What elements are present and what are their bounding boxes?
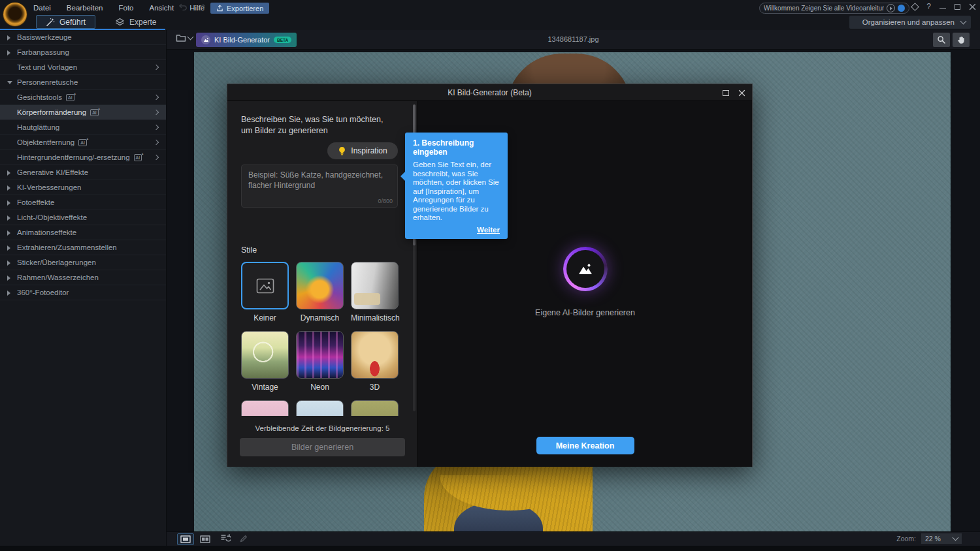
chevron-right-icon <box>154 140 159 145</box>
sidebar-item-personenretusche[interactable]: Personenretusche <box>0 75 166 90</box>
sidebar-item-label: Sticker/Überlagerungen <box>17 259 96 266</box>
triangle-right-icon <box>7 260 10 266</box>
prompt-input-wrap: 0/800 <box>241 165 398 208</box>
remaining-generations-text: Verbleibende Zeit der Bildgenerierung: 5 <box>227 424 417 432</box>
style-option-dynamisch[interactable]: Dynamisch <box>296 262 344 323</box>
sidebar-item-label: Objektentfernung <box>17 138 74 146</box>
prompt-input[interactable] <box>241 165 398 208</box>
sidebar-item-farbanpassung[interactable]: Farbanpassung <box>0 45 166 60</box>
redo-icon[interactable] <box>196 3 206 12</box>
style-option-3d[interactable]: 3D <box>351 331 399 392</box>
dialog-maximize-button[interactable] <box>723 90 729 96</box>
compare-view-icon <box>200 535 210 543</box>
view-mode-buttons <box>177 533 214 545</box>
canvas-tool-buttons <box>933 33 970 47</box>
triangle-right-icon <box>7 230 10 236</box>
sidebar-item-label: Extrahieren/Zusammenstellen <box>17 244 117 251</box>
sidebar-item-generative-ki-effekte[interactable]: Generative KI/Effekte <box>0 165 166 180</box>
organize-dropdown[interactable]: Organisieren und anpassen <box>849 16 971 29</box>
help-button[interactable]: ? <box>926 2 931 11</box>
minimize-button[interactable] <box>939 4 946 9</box>
sidebar-item-ki-verbesserungen[interactable]: KI-Verbesserungen <box>0 180 166 195</box>
menu-datei[interactable]: Datei <box>33 3 52 13</box>
close-button[interactable] <box>969 3 976 10</box>
tooltip-title: 1. Beschreibung eingeben <box>413 138 500 157</box>
menu-foto[interactable]: Foto <box>118 3 134 13</box>
generate-images-label: Bilder generieren <box>291 443 353 452</box>
organize-label: Organisieren und anpassen <box>862 18 955 26</box>
pan-tool-button[interactable] <box>953 33 970 47</box>
menu-ansicht[interactable]: Ansicht <box>149 3 175 13</box>
history-icon[interactable] <box>220 533 231 543</box>
style-option-keiner[interactable]: Keiner <box>241 262 289 323</box>
sidebar-item-text-und-vorlagen[interactable]: Text und Vorlagen <box>0 60 166 75</box>
undo-icon[interactable] <box>178 3 188 12</box>
lightbulb-icon <box>338 146 346 156</box>
sidebar-item-hautglaettung[interactable]: Hautglättung <box>0 120 166 135</box>
generate-images-button[interactable]: Bilder generieren <box>240 438 405 456</box>
tab-experte[interactable]: Experte <box>106 15 165 29</box>
sidebar-item-extrahieren-zusammenstellen[interactable]: Extrahieren/Zusammenstellen <box>0 240 166 255</box>
photodirector-window: Datei Bearbeiten Foto Ansicht Hilfe Expo… <box>0 0 980 551</box>
sidebar-item-basiswerkzeuge[interactable]: Basiswerkzeuge <box>0 30 166 45</box>
style-thumb[interactable] <box>351 262 399 309</box>
chevron-right-icon <box>154 110 159 115</box>
sidebar-item-label: Licht-/Objektiveffekte <box>17 213 87 221</box>
layers-icon <box>115 18 125 27</box>
triangle-right-icon <box>7 291 10 296</box>
sidebar-item-label: Text und Vorlagen <box>17 63 77 71</box>
sidebar-item-animationseffekte[interactable]: Animationseffekte <box>0 225 166 240</box>
sidebar-item-label: 360°-Fotoeditor <box>17 289 69 296</box>
tab-gefuehrt[interactable]: Geführt <box>36 15 95 29</box>
magnifier-icon <box>937 35 946 44</box>
sidebar-item-koerperformaenderung[interactable]: KörperformänderungAI <box>0 105 166 120</box>
dialog-close-button[interactable] <box>738 89 745 97</box>
sidebar-item-objektentfernung[interactable]: ObjektentfernungAI <box>0 135 166 150</box>
sidebar-item-360-fotoeditor[interactable]: 360°-Fotoeditor <box>0 285 166 300</box>
tooltip-body: Geben Sie Text ein, der beschreibt, was … <box>413 161 500 223</box>
my-creation-button[interactable]: Meine Kreation <box>536 437 634 454</box>
sidebar-item-licht-objektiveffekte[interactable]: Licht-/Objektiveffekte <box>0 210 166 225</box>
diamond-icon[interactable] <box>911 3 919 11</box>
style-option-minimalistisch[interactable]: Minimalistisch <box>351 262 399 323</box>
menu-bearbeiten[interactable]: Bearbeiten <box>66 3 104 13</box>
sidebar-item-rahmen-wasserzeichen[interactable]: Rahmen/Wasserzeichen <box>0 270 166 285</box>
style-thumb[interactable] <box>241 262 289 309</box>
style-thumb[interactable] <box>351 331 399 379</box>
view-compare-button[interactable] <box>197 533 214 545</box>
style-option-vintage[interactable]: Vintage <box>241 331 289 392</box>
sidebar-item-gesichtstools[interactable]: GesichtstoolsAI <box>0 90 166 105</box>
sidebar-item-sticker-ueberlagerungen[interactable]: Sticker/Überlagerungen <box>0 255 166 270</box>
sidebar-item-label: Basiswerkzeuge <box>17 33 72 41</box>
tooltip-next-link[interactable]: Weiter <box>413 226 500 234</box>
zoom-tool-button[interactable] <box>933 33 950 47</box>
app-logo[interactable] <box>3 3 27 26</box>
triangle-right-icon <box>7 200 10 206</box>
my-creation-label: Meine Kreation <box>556 441 615 450</box>
style-option-neon[interactable]: Neon <box>296 331 344 392</box>
generation-empty-state: Eigene AI-Bilder generieren <box>418 247 752 317</box>
ai-badge-icon: AI <box>90 109 99 116</box>
dialog-titlebar[interactable]: KI Bild-Generator (Beta) <box>227 84 752 101</box>
style-label: Keiner <box>241 313 289 323</box>
style-thumb[interactable] <box>241 331 289 379</box>
export-button[interactable]: Exportieren <box>210 3 269 14</box>
view-single-button[interactable] <box>177 533 194 545</box>
style-thumb[interactable] <box>296 331 344 379</box>
ai-badge-icon: AI <box>134 154 142 161</box>
triangle-right-icon <box>7 50 10 55</box>
dialog-title: KI Bild-Generator (Beta) <box>448 88 532 97</box>
zoom-select[interactable]: 22 % <box>921 533 962 544</box>
titlebar: Datei Bearbeiten Foto Ansicht Hilfe Expo… <box>0 0 980 30</box>
zoom-control: Zoom: 22 % <box>896 533 962 544</box>
sidebar-item-hintergrundentfernung[interactable]: Hintergrundentfernung/-ersetzungAI <box>0 150 166 165</box>
magic-wand-icon <box>46 18 55 27</box>
inspiration-button[interactable]: Inspiration <box>327 142 398 159</box>
tools-sidebar: Basiswerkzeuge Farbanpassung Text und Vo… <box>0 30 167 546</box>
welcome-banner[interactable]: Willkommen Zeigen Sie alle Videoanleitun… <box>759 3 909 14</box>
chevron-down-icon <box>953 535 959 541</box>
style-thumb[interactable] <box>296 262 344 309</box>
maximize-button[interactable] <box>955 4 960 10</box>
sidebar-item-fotoeffekte[interactable]: Fotoeffekte <box>0 195 166 210</box>
export-label: Exportieren <box>227 5 263 12</box>
